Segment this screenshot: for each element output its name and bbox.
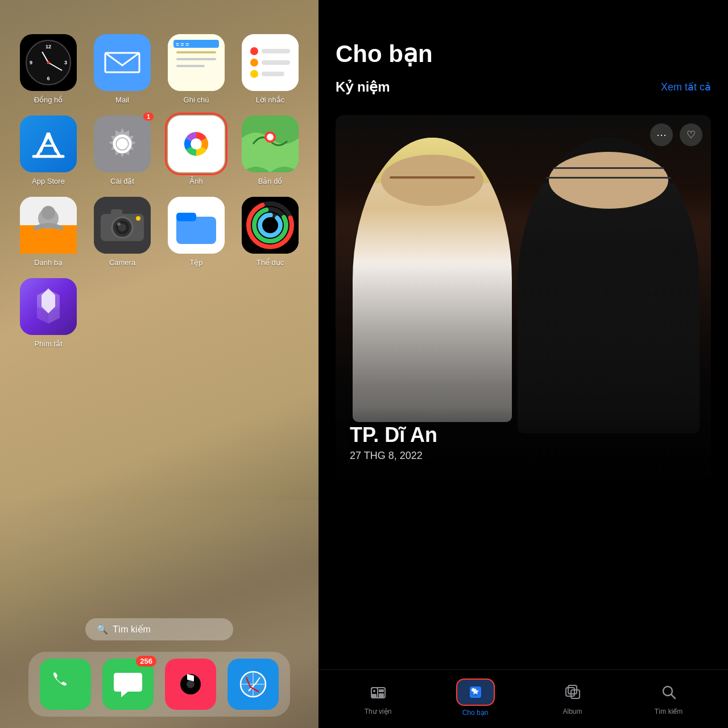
more-options-button[interactable]: ⋯ — [650, 123, 673, 146]
svg-rect-4 — [176, 58, 216, 60]
app-photos[interactable]: Ảnh — [165, 115, 228, 185]
photos-header: Cho bạn Kỷ niệm Xem tất cả — [318, 0, 728, 115]
see-all-button[interactable]: Xem tất cả — [661, 81, 711, 93]
heart-icon: ♡ — [686, 129, 696, 141]
app-appstore[interactable]: A App Store — [17, 115, 80, 185]
app-camera[interactable]: Camera — [91, 197, 154, 267]
svg-rect-14 — [262, 72, 284, 76]
app-settings[interactable]: 1 Cài đặt — [91, 115, 154, 185]
tab-for-you[interactable]: Cho bạn — [456, 679, 495, 717]
tab-albums[interactable]: Album — [555, 680, 591, 715]
library-icon — [370, 684, 386, 700]
page-title: Cho bạn — [336, 40, 711, 68]
tab-bar: Thư viện Cho bạn — [318, 669, 728, 728]
svg-rect-5 — [176, 65, 205, 67]
tab-albums-label: Album — [562, 708, 582, 715]
memory-date: 27 THG 8, 2022 — [350, 450, 697, 462]
search-bar[interactable]: 🔍 Tìm kiếm — [85, 618, 233, 640]
svg-rect-10 — [262, 49, 290, 53]
svg-point-35 — [117, 222, 121, 226]
svg-rect-65 — [379, 693, 384, 697]
messages-badge: 256 — [136, 656, 156, 667]
dock-music[interactable] — [165, 659, 216, 710]
svg-rect-12 — [262, 60, 290, 65]
svg-rect-69 — [566, 688, 574, 696]
search-tab-icon — [661, 684, 677, 700]
svg-text:A: A — [39, 127, 58, 159]
search-placeholder: Tìm kiếm — [113, 624, 151, 635]
svg-point-37 — [136, 216, 140, 221]
like-button[interactable]: ♡ — [680, 123, 702, 146]
section-title: Kỷ niệm — [336, 79, 390, 95]
svg-point-9 — [250, 47, 258, 55]
photos-app: Cho bạn Kỷ niệm Xem tất cả ⋯ — [318, 0, 728, 728]
app-notes[interactable]: = = = Ghi chú — [165, 34, 228, 104]
memory-overlay: TP. Dĩ An 27 THG 8, 2022 — [336, 406, 711, 479]
tab-library[interactable]: Thư viện — [360, 680, 396, 715]
dock-safari[interactable] — [228, 659, 279, 710]
svg-point-21 — [191, 138, 202, 150]
svg-point-11 — [250, 59, 258, 67]
tab-search-label: Tìm kiếm — [655, 708, 683, 715]
tab-for-you-label: Cho bạn — [462, 709, 489, 717]
dock-messages[interactable]: 256 — [102, 659, 154, 710]
dock: 256 — [28, 652, 290, 717]
dock-phone[interactable] — [40, 659, 91, 710]
app-grid: 12 3 6 9 Đồng hồ Mail — [0, 0, 318, 359]
svg-rect-26 — [20, 225, 77, 254]
svg-point-62 — [373, 690, 375, 692]
memory-card[interactable]: ⋯ ♡ TP. Dĩ An 27 THG 8, 2022 — [336, 115, 711, 479]
app-contacts[interactable]: Danh bạ — [17, 197, 80, 267]
svg-text:= = =: = = = — [176, 42, 189, 48]
svg-point-13 — [250, 70, 258, 78]
app-files[interactable]: Tệp — [165, 197, 228, 267]
svg-point-24 — [267, 134, 274, 140]
svg-rect-36 — [111, 209, 122, 215]
tab-search[interactable]: Tìm kiếm — [651, 680, 687, 715]
tab-library-label: Thư viện — [365, 708, 392, 715]
app-clock[interactable]: 12 3 6 9 Đồng hồ — [17, 34, 80, 104]
memory-location: TP. Dĩ An — [350, 423, 697, 447]
app-mail[interactable]: Mail — [91, 34, 154, 104]
search-icon: 🔍 — [97, 624, 108, 635]
memory-actions: ⋯ ♡ — [650, 123, 702, 146]
svg-point-54 — [187, 680, 195, 688]
albums-icon — [565, 684, 581, 700]
app-maps[interactable]: Bản đồ — [239, 115, 301, 185]
svg-rect-63 — [372, 694, 377, 697]
app-shortcuts[interactable]: Phím tắt — [17, 278, 80, 348]
svg-rect-3 — [176, 51, 216, 53]
svg-line-73 — [671, 694, 675, 698]
section-header: Kỷ niệm Xem tất cả — [336, 79, 711, 95]
app-reminders[interactable]: Lời nhắc — [239, 34, 301, 104]
settings-badge: 1 — [143, 113, 154, 121]
svg-rect-40 — [176, 213, 196, 221]
for-you-icon — [468, 684, 483, 700]
home-screen: 12 3 6 9 Đồng hồ Mail — [0, 0, 318, 728]
svg-point-29 — [42, 206, 55, 220]
svg-rect-64 — [379, 689, 384, 692]
app-fitness[interactable]: Thể dục — [239, 197, 301, 267]
ellipsis-icon: ⋯ — [656, 129, 667, 141]
